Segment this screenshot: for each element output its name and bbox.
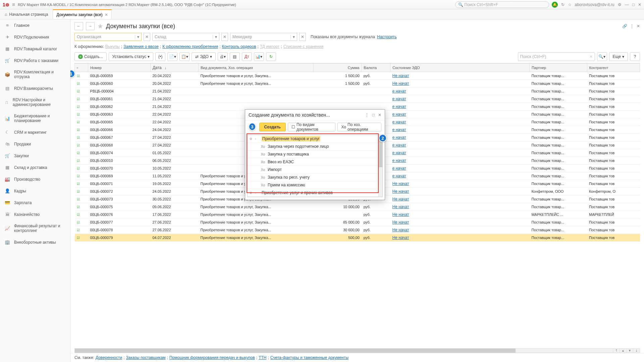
col-kind[interactable]: Вид документа, Хоз. операция [199, 64, 314, 72]
edo-link[interactable]: Не начат [392, 220, 409, 225]
table[interactable]: ▫ Номер Дата ↓ Вид документа, Хоз. опера… [74, 63, 640, 348]
link-priobreteniya[interactable]: К оформлению приобретения [162, 44, 218, 49]
sidebar-item[interactable]: 🏛Казначейство [0, 208, 70, 220]
table-row[interactable]: ☑00ЦБ-00007727.06.2022Приобретение товар… [75, 219, 640, 226]
edo-link[interactable]: Не начат [392, 181, 409, 186]
table-row[interactable]: ☑00ЦБ-00006020.04.2022Приобретение товар… [75, 80, 640, 87]
table-row[interactable]: ☑00ЦБ-00006121.04.2022е начатПоставщик т… [75, 95, 640, 103]
table-row[interactable]: ☑00ЦБ-00007617.06.2022Приобретение товар… [75, 211, 640, 219]
popup-close-icon[interactable]: ✕ [378, 113, 381, 117]
settings-icon[interactable]: ⚙ [618, 2, 622, 7]
edo-link[interactable]: Не начат [392, 81, 409, 86]
col-sum[interactable]: Сумма [314, 64, 362, 72]
tree-item[interactable]: ⊕▫Приобретение услуг и прочих активов [248, 189, 382, 197]
sidebar-item[interactable]: ▤RDV:Взаиморасчеты [0, 82, 70, 94]
popup-create-button[interactable]: Создать [259, 123, 286, 131]
sidebar-item[interactable]: 📈Финансовый результат и контроллинг [0, 220, 70, 236]
tree-item[interactable]: ХоЗакупка по регл. учету [248, 174, 382, 181]
status-button[interactable]: Установить статус▾ [109, 52, 154, 61]
clear-manager[interactable]: ✕ [299, 33, 306, 41]
tb-icon-4[interactable]: ▤ [230, 52, 240, 61]
tb-icon-6[interactable]: 📊▾ [254, 52, 264, 61]
col-icon[interactable]: ▫ [75, 64, 88, 72]
menu-icon[interactable]: ≡ [12, 2, 15, 8]
maximize-icon[interactable]: □ [632, 2, 635, 7]
print-button[interactable]: 🖨▾ [218, 52, 228, 61]
edo-link[interactable]: Не начат [392, 228, 409, 232]
sidebar-item[interactable]: ✈RDV:Подключения [0, 31, 70, 43]
expand-icon[interactable]: ⊖ [250, 137, 253, 140]
edo-link[interactable]: Не начат [392, 212, 409, 217]
edo-link[interactable]: е начат [392, 89, 406, 94]
table-row[interactable]: ☑РВЦБ-00000421.04.2022е начатПоставщик т… [75, 87, 640, 95]
edo-link[interactable]: Не начат [392, 197, 409, 201]
tb-icon-1[interactable]: (•) [155, 52, 165, 61]
edo-link[interactable]: е начат [392, 135, 406, 140]
popup-max-icon[interactable]: □ [372, 113, 375, 117]
scroll-thumb[interactable] [75, 349, 516, 353]
tree-item[interactable]: ХоПрием на комиссию [248, 181, 382, 189]
scroll-top[interactable]: ⤒ [613, 349, 620, 353]
popup-kebab-icon[interactable]: ⋮ [365, 113, 369, 117]
tree-item[interactable]: ХоЗакупка у поставщика [248, 150, 382, 158]
sidebar-item[interactable]: ☾CRM и маркетинг [0, 126, 70, 138]
sidebar-item[interactable]: ▦Склад и доставка [0, 162, 70, 173]
filter-org[interactable]: Организация▾ [74, 33, 142, 41]
link-orders[interactable]: Контроль ордеров [222, 44, 256, 49]
edo-link[interactable]: Не начат [392, 235, 409, 240]
sidebar-item[interactable]: ⎍RDV:Настройки и администрирование [0, 94, 70, 110]
filter-manager[interactable]: Менеджер▾ [230, 33, 297, 41]
panel-close-icon[interactable]: ✕ [637, 24, 640, 28]
sidebar-item[interactable]: 🛍Продажи [0, 138, 70, 150]
sidebar-item[interactable]: 👤Кадры [0, 185, 70, 197]
h-scrollbar[interactable]: ⤒ ▲ ▼ ⤓ [74, 348, 640, 353]
col-partner[interactable]: Партнер [529, 64, 587, 72]
sidebar-item[interactable]: 📦RDV:Комплектация и отгрузка [0, 66, 70, 82]
tree-item[interactable]: ХоИмпорт [248, 166, 382, 174]
configure-link[interactable]: Настроить [377, 35, 397, 39]
edo-link[interactable]: е начат [392, 166, 406, 171]
sidebar-item[interactable]: 🏭Производство [0, 173, 70, 185]
minimize-icon[interactable]: — [625, 2, 629, 7]
sidebar-item[interactable]: 🛒RDV:Работа с заказами [0, 55, 70, 66]
edo-link[interactable]: е начат [392, 112, 406, 117]
edo-link[interactable]: Не начат [392, 204, 409, 209]
star-icon[interactable]: ☆ [568, 2, 572, 7]
sidebar-item[interactable]: ▦RDV:Товарный каталог [0, 43, 70, 55]
scroll-bottom[interactable]: ⤓ [633, 349, 640, 353]
col-date[interactable]: Дата ↓ [150, 64, 198, 72]
footer-l5[interactable]: Счета-фактуры и таможенные документы [270, 355, 348, 360]
tree-scrollbar[interactable] [378, 135, 382, 197]
col-num[interactable]: Номер [88, 64, 151, 72]
col-cur[interactable]: Валюта [362, 64, 390, 72]
scroll-down[interactable]: ▼ [626, 349, 633, 353]
clear-icon[interactable]: ✕ [589, 54, 593, 59]
tab-close-icon[interactable]: ✕ [105, 12, 108, 17]
sidebar-item[interactable]: 💳Зарплата [0, 197, 70, 208]
sidebar-item[interactable]: 📊Бюджетирование и планирование [0, 110, 70, 126]
kebab-icon[interactable]: ⋮ [630, 24, 634, 28]
col-counter[interactable]: Контрагент [587, 64, 640, 72]
search-btn[interactable]: 🔍▾ [597, 52, 607, 61]
nav-back[interactable]: ← [74, 22, 83, 30]
table-row[interactable]: ☑00ЦБ-00007827.06.2022Приобретение товар… [75, 226, 640, 234]
footer-l4[interactable]: ТТН [259, 355, 266, 360]
table-row[interactable]: ☑00ЦБ-00005920.04.2022Приобретение товар… [75, 72, 640, 80]
sidebar-item[interactable]: 🏢Внеоборотные активы [0, 236, 70, 248]
tree-item[interactable]: ХоВвоз из ЕАЭС [248, 158, 382, 166]
edo-link[interactable]: Не начат [392, 73, 409, 78]
table-row[interactable]: ☑00ЦБ-00007509.06.2022Приобретение товар… [75, 203, 640, 211]
link-zayavleniya[interactable]: Заявления о ввозе [123, 44, 159, 49]
footer-l2[interactable]: Заказы поставщикам [126, 355, 166, 360]
table-row[interactable]: ☑00ЦБ-00007904.07.2022Приобретение товар… [75, 234, 640, 242]
create-button[interactable]: +Создать... [74, 52, 107, 61]
by-ops-button[interactable]: Хо По хоз. операциям [337, 123, 381, 131]
global-search[interactable]: 🔍 Поиск Ctrl+Shift+F [455, 1, 549, 8]
edo-link[interactable]: е начат [392, 174, 406, 178]
by-docs-button[interactable]: ☐ По видам документов [288, 123, 336, 131]
tb-icon-5[interactable]: Дт [242, 52, 252, 61]
edo-link[interactable]: е начат [392, 97, 406, 101]
refresh-button[interactable]: ↻ [266, 52, 276, 61]
close-icon[interactable]: ✕ [638, 2, 641, 7]
table-search[interactable]: Поиск (Ctrl+F)✕ [518, 52, 595, 61]
